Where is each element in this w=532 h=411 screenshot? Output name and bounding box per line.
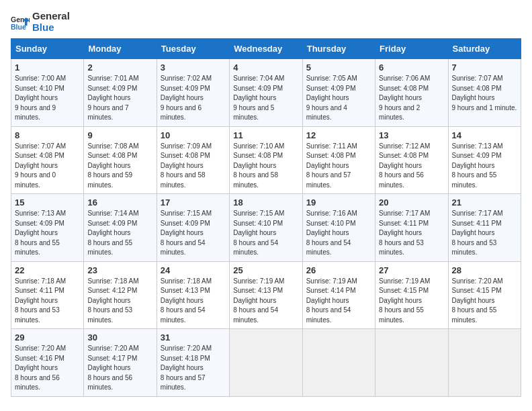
calendar-week-3: 15Sunrise: 7:13 AMSunset: 4:09 PMDayligh… [11,194,521,262]
day-info: Sunrise: 7:10 AMSunset: 4:08 PMDaylight … [233,142,284,189]
calendar-cell: 18Sunrise: 7:15 AMSunset: 4:10 PMDayligh… [230,194,302,262]
calendar-cell: 28Sunrise: 7:20 AMSunset: 4:15 PMDayligh… [448,261,521,329]
day-number: 6 [379,62,444,73]
day-number: 27 [379,265,444,275]
day-number: 24 [161,265,226,275]
calendar-cell: 21Sunrise: 7:17 AMSunset: 4:11 PMDayligh… [448,194,521,262]
day-number: 23 [87,265,152,275]
day-info: Sunrise: 7:12 AMSunset: 4:08 PMDaylight … [379,142,430,189]
day-info: Sunrise: 7:01 AMSunset: 4:09 PMDaylight … [87,75,138,121]
day-info: Sunrise: 7:19 AMSunset: 4:14 PMDaylight … [306,277,357,324]
calendar-cell: 7Sunrise: 7:07 AMSunset: 4:08 PMDaylight… [448,59,521,127]
day-number: 3 [161,62,226,73]
day-number: 1 [15,62,80,73]
day-number: 30 [87,332,152,342]
calendar-cell [302,329,375,397]
day-info: Sunrise: 7:20 AMSunset: 4:16 PMDaylight … [15,345,66,391]
weekday-sunday: Sunday [11,39,84,59]
calendar-cell: 9Sunrise: 7:08 AMSunset: 4:08 PMDaylight… [84,126,157,194]
calendar-cell: 1Sunrise: 7:00 AMSunset: 4:10 PMDaylight… [11,59,84,127]
day-number: 11 [233,130,298,140]
day-number: 17 [161,197,226,208]
calendar-cell: 10Sunrise: 7:09 AMSunset: 4:08 PMDayligh… [157,126,229,194]
calendar-cell: 26Sunrise: 7:19 AMSunset: 4:14 PMDayligh… [302,261,375,329]
day-number: 20 [379,197,444,208]
calendar-cell: 27Sunrise: 7:19 AMSunset: 4:15 PMDayligh… [375,261,448,329]
day-info: Sunrise: 7:16 AMSunset: 4:10 PMDaylight … [306,210,357,256]
day-number: 2 [87,62,152,73]
weekday-header-row: SundayMondayTuesdayWednesdayThursdayFrid… [11,39,521,59]
calendar-cell: 25Sunrise: 7:19 AMSunset: 4:13 PMDayligh… [230,261,302,329]
calendar-cell: 23Sunrise: 7:18 AMSunset: 4:12 PMDayligh… [84,261,157,329]
calendar-cell: 2Sunrise: 7:01 AMSunset: 4:09 PMDaylight… [84,59,157,127]
calendar-cell: 20Sunrise: 7:17 AMSunset: 4:11 PMDayligh… [375,194,448,262]
calendar-cell: 30Sunrise: 7:20 AMSunset: 4:17 PMDayligh… [84,329,157,397]
day-number: 16 [87,197,152,208]
day-info: Sunrise: 7:13 AMSunset: 4:09 PMDaylight … [452,142,503,189]
day-info: Sunrise: 7:17 AMSunset: 4:11 PMDaylight … [379,210,430,256]
day-info: Sunrise: 7:02 AMSunset: 4:09 PMDaylight … [161,75,212,121]
day-info: Sunrise: 7:04 AMSunset: 4:09 PMDaylight … [233,75,284,121]
calendar-cell: 17Sunrise: 7:15 AMSunset: 4:09 PMDayligh… [157,194,229,262]
logo: General Blue General Blue [11,11,70,33]
day-number: 8 [15,130,80,140]
day-number: 21 [452,197,517,208]
calendar-cell: 3Sunrise: 7:02 AMSunset: 4:09 PMDaylight… [157,59,229,127]
day-info: Sunrise: 7:05 AMSunset: 4:09 PMDaylight … [306,75,357,121]
calendar-table: SundayMondayTuesdayWednesdayThursdayFrid… [11,38,521,397]
day-info: Sunrise: 7:18 AMSunset: 4:12 PMDaylight … [87,277,138,324]
day-number: 29 [15,332,80,342]
day-number: 25 [233,265,298,275]
day-number: 7 [452,62,517,73]
day-info: Sunrise: 7:20 AMSunset: 4:17 PMDaylight … [87,345,138,391]
calendar-cell: 12Sunrise: 7:11 AMSunset: 4:08 PMDayligh… [302,126,375,194]
day-number: 9 [87,130,152,140]
weekday-thursday: Thursday [302,39,375,59]
day-info: Sunrise: 7:08 AMSunset: 4:08 PMDaylight … [87,142,138,189]
calendar-cell [448,329,521,397]
calendar-week-5: 29Sunrise: 7:20 AMSunset: 4:16 PMDayligh… [11,329,521,397]
calendar-cell [230,329,302,397]
day-number: 4 [233,62,298,73]
calendar-cell: 14Sunrise: 7:13 AMSunset: 4:09 PMDayligh… [448,126,521,194]
day-info: Sunrise: 7:06 AMSunset: 4:08 PMDaylight … [379,75,430,121]
logo-icon: General Blue [11,13,30,32]
day-number: 18 [233,197,298,208]
day-info: Sunrise: 7:15 AMSunset: 4:09 PMDaylight … [161,210,212,256]
day-info: Sunrise: 7:19 AMSunset: 4:13 PMDaylight … [233,277,284,324]
day-info: Sunrise: 7:20 AMSunset: 4:15 PMDaylight … [452,277,503,324]
day-number: 26 [306,265,371,275]
day-number: 5 [306,62,371,73]
calendar-cell: 6Sunrise: 7:06 AMSunset: 4:08 PMDaylight… [375,59,448,127]
weekday-wednesday: Wednesday [230,39,302,59]
calendar-cell: 24Sunrise: 7:18 AMSunset: 4:13 PMDayligh… [157,261,229,329]
calendar-cell: 15Sunrise: 7:13 AMSunset: 4:09 PMDayligh… [11,194,84,262]
day-info: Sunrise: 7:15 AMSunset: 4:10 PMDaylight … [233,210,284,256]
calendar-cell: 13Sunrise: 7:12 AMSunset: 4:08 PMDayligh… [375,126,448,194]
calendar-week-2: 8Sunrise: 7:07 AMSunset: 4:08 PMDaylight… [11,126,521,194]
day-info: Sunrise: 7:19 AMSunset: 4:15 PMDaylight … [379,277,430,324]
calendar-cell: 16Sunrise: 7:14 AMSunset: 4:09 PMDayligh… [84,194,157,262]
day-info: Sunrise: 7:13 AMSunset: 4:09 PMDaylight … [15,210,66,256]
calendar-cell: 22Sunrise: 7:18 AMSunset: 4:11 PMDayligh… [11,261,84,329]
calendar-cell: 4Sunrise: 7:04 AMSunset: 4:09 PMDaylight… [230,59,302,127]
day-info: Sunrise: 7:14 AMSunset: 4:09 PMDaylight … [87,210,138,256]
weekday-friday: Friday [375,39,448,59]
day-number: 13 [379,130,444,140]
day-info: Sunrise: 7:20 AMSunset: 4:18 PMDaylight … [161,345,212,391]
day-info: Sunrise: 7:09 AMSunset: 4:08 PMDaylight … [161,142,212,189]
day-info: Sunrise: 7:07 AMSunset: 4:08 PMDaylight … [15,142,66,189]
day-info: Sunrise: 7:07 AMSunset: 4:08 PMDaylight … [452,75,517,111]
day-number: 15 [15,197,80,208]
logo-blue: Blue [32,22,70,34]
weekday-saturday: Saturday [448,39,521,59]
day-number: 12 [306,130,371,140]
calendar-cell: 31Sunrise: 7:20 AMSunset: 4:18 PMDayligh… [157,329,229,397]
calendar-cell: 8Sunrise: 7:07 AMSunset: 4:08 PMDaylight… [11,126,84,194]
day-number: 28 [452,265,517,275]
calendar-cell [375,329,448,397]
day-info: Sunrise: 7:00 AMSunset: 4:10 PMDaylight … [15,75,66,121]
day-info: Sunrise: 7:17 AMSunset: 4:11 PMDaylight … [452,210,503,256]
day-number: 14 [452,130,517,140]
weekday-tuesday: Tuesday [157,39,229,59]
